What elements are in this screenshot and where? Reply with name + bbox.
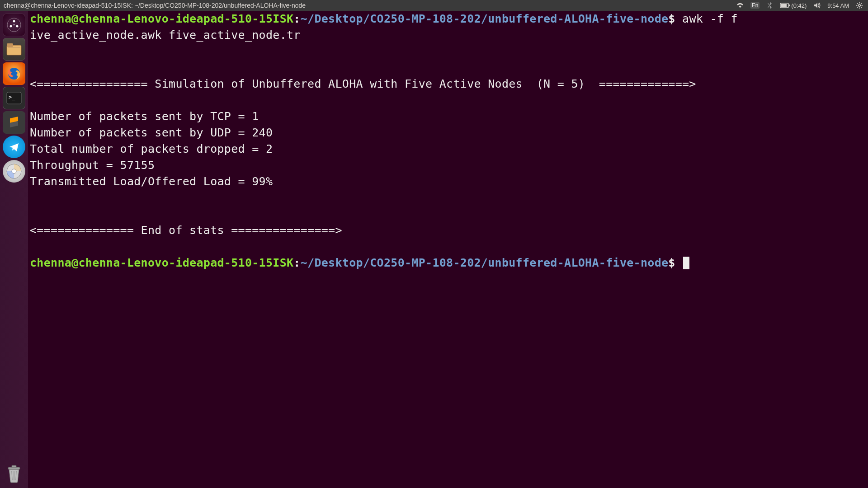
svg-rect-19 — [8, 47, 20, 48]
launcher-sublime[interactable] — [3, 111, 25, 134]
svg-point-3 — [859, 5, 861, 7]
launcher-firefox[interactable] — [3, 62, 25, 85]
svg-point-13 — [13, 20, 15, 23]
launcher-disk[interactable] — [3, 160, 25, 183]
battery-time: (0:42) — [791, 2, 807, 9]
launcher-telegram[interactable] — [3, 136, 25, 158]
clock[interactable]: 9:54 AM — [827, 2, 849, 9]
gear-icon[interactable] — [855, 1, 863, 9]
indicator-area: En (0:42) 9:54 AM — [736, 1, 866, 9]
svg-rect-1 — [781, 4, 787, 7]
prompt-colon-2: : — [293, 256, 300, 269]
prompt-path: ~/Desktop/CO250-MP-108-202/unbuffered-AL… — [301, 12, 669, 25]
output-header: <================ Simulation of Unbuffer… — [30, 77, 696, 90]
svg-point-24 — [12, 169, 16, 174]
volume-icon[interactable] — [813, 1, 821, 9]
svg-line-11 — [861, 3, 862, 4]
svg-rect-18 — [7, 43, 13, 47]
terminal[interactable]: chenna@chenna-Lenovo-ideapad-510-15ISK:~… — [28, 11, 868, 488]
svg-point-16 — [14, 24, 15, 26]
launcher-dash[interactable] — [3, 14, 25, 36]
svg-line-10 — [857, 7, 858, 8]
launcher-terminal[interactable]: >_ — [3, 87, 25, 109]
output-end: <============== End of stats ===========… — [30, 224, 342, 237]
language-indicator[interactable]: En — [750, 2, 760, 9]
window-title: chenna@chenna-Lenovo-ideapad-510-15ISK: … — [2, 2, 306, 9]
bluetooth-icon[interactable] — [766, 1, 774, 9]
prompt-user-host-2: chenna@chenna-Lenovo-ideapad-510-15ISK — [30, 256, 293, 269]
wifi-icon[interactable] — [736, 1, 744, 9]
svg-point-14 — [10, 25, 12, 28]
output-udp: Number of packets sent by UDP = 240 — [30, 126, 273, 139]
svg-line-8 — [857, 3, 858, 4]
svg-line-9 — [861, 7, 862, 8]
launcher-trash[interactable] — [3, 463, 25, 485]
launcher: >_ — [0, 11, 28, 488]
svg-rect-26 — [12, 465, 16, 468]
cursor — [683, 257, 689, 269]
output-tcp: Number of packets sent by TCP = 1 — [30, 110, 259, 123]
battery-indicator[interactable]: (0:42) — [780, 2, 807, 9]
top-panel: chenna@chenna-Lenovo-ideapad-510-15ISK: … — [0, 0, 868, 11]
prompt-path-2: ~/Desktop/CO250-MP-108-202/unbuffered-AL… — [301, 256, 669, 269]
prompt-user-host: chenna@chenna-Lenovo-ideapad-510-15ISK — [30, 12, 293, 25]
output-throughput: Throughput = 57155 — [30, 159, 155, 172]
svg-text:>_: >_ — [9, 94, 15, 100]
launcher-files[interactable] — [3, 38, 25, 61]
prompt-dollar-2: $ — [668, 256, 675, 269]
output-ratio: Transmitted Load/Offered Load = 99% — [30, 175, 273, 188]
command-text-2: ive_active_node.awk five_active_node.tr — [30, 28, 301, 42]
command-text-1: awk -f f — [675, 12, 738, 25]
prompt-dollar: $ — [668, 12, 675, 25]
svg-rect-2 — [789, 5, 790, 6]
output-drop: Total number of packets dropped = 2 — [30, 142, 273, 155]
prompt-colon: : — [293, 12, 300, 25]
svg-point-15 — [16, 25, 19, 28]
